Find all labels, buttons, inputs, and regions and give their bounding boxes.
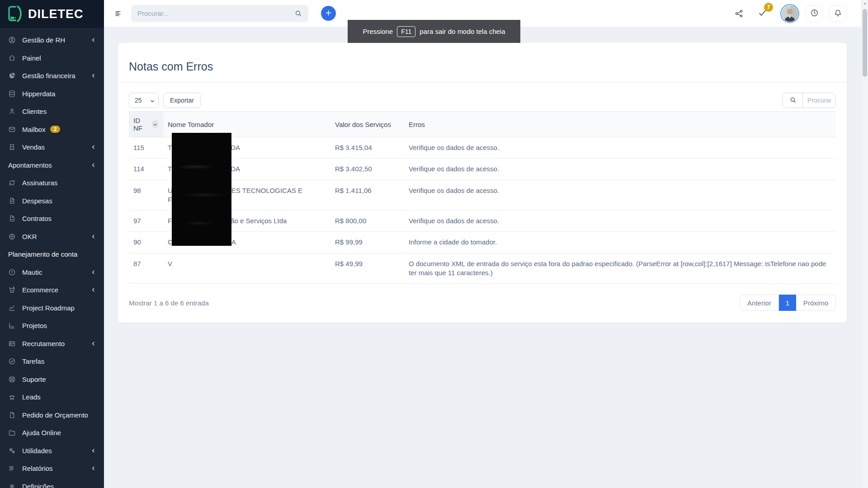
tasks-indicator[interactable]: 7 (758, 8, 768, 19)
sidebar-item-gestao-financeira[interactable]: Gestão financeira (0, 67, 104, 85)
toast-text-post: para sair do modo tela cheia (420, 28, 505, 35)
table-search-input[interactable] (803, 93, 835, 108)
folder-icon (8, 429, 16, 436)
sidebar-item-okr[interactable]: OKR (0, 228, 104, 246)
menu-toggle-icon[interactable] (114, 9, 123, 18)
sidebar-item-utilidades[interactable]: Utilidades (0, 442, 104, 460)
gears-icon (8, 447, 16, 455)
sidebar-item-tarefas[interactable]: Tarefas (0, 352, 104, 371)
sidebar-item-clientes[interactable]: Clientes (0, 103, 104, 121)
scroll-up-arrow[interactable]: ▲ (862, 1, 868, 5)
chevron-left-icon (91, 145, 96, 150)
export-button[interactable]: Exportar (163, 93, 201, 108)
table-row[interactable]: 98UES TECNOLOGICAS EFR$ 1.411,06Verifiqu… (129, 180, 836, 211)
previous-page-button[interactable]: Anterior (740, 295, 779, 311)
app-logo[interactable]: DILETEC (0, 0, 104, 28)
cell-valor: R$ 800,00 (330, 211, 404, 232)
cell-erro: Verifique os dados de acesso. (404, 180, 836, 211)
chevron-left-icon (91, 466, 96, 471)
sidebar-item-pedido-de-orcamento[interactable]: Pedido de Orçamento (0, 406, 104, 424)
next-page-button[interactable]: Próximo (796, 295, 836, 311)
diletec-logo-icon (7, 5, 24, 23)
share-icon[interactable] (734, 9, 744, 19)
cell-id-nf: 115 (129, 137, 163, 159)
mailbox-badge: 2 (50, 126, 61, 133)
svg-text:?: ? (11, 270, 13, 274)
sidebar-item-project-roadmap[interactable]: Project Roadmap (0, 299, 104, 317)
scrollbar-thumb[interactable] (863, 9, 867, 77)
sidebar: DILETEC Gestão de RHPainelGestão finance… (0, 0, 104, 488)
pagination: Anterior 1 Próximo (740, 295, 836, 311)
sync-icon (8, 179, 16, 187)
errors-table: ID NF Nome Tomador Valor dos Serviços Er… (129, 111, 836, 284)
chevron-left-icon (91, 234, 96, 239)
home-icon (8, 54, 16, 62)
sidebar-item-mailbox[interactable]: Mailbox2 (0, 121, 104, 139)
report-icon (8, 465, 16, 472)
database-icon (8, 90, 16, 98)
cell-id-nf: 90 (129, 232, 163, 253)
sidebar-item-contratos[interactable]: Contratos (0, 210, 104, 228)
sort-icon[interactable] (152, 120, 159, 128)
user-icon (8, 108, 16, 115)
sidebar-item-ajuda-online[interactable]: Ajuda Online (0, 424, 104, 442)
table-search-group (783, 93, 836, 108)
col-header-id-nf[interactable]: ID NF (129, 112, 163, 137)
sidebar-item-painel[interactable]: Painel (0, 49, 104, 67)
col-header-valor[interactable]: Valor dos Serviços (330, 112, 404, 137)
search-icon[interactable] (294, 9, 302, 17)
table-body: 115TDAR$ 3.415,04Verifique os dados de a… (129, 137, 836, 284)
global-search-input[interactable] (137, 9, 294, 17)
sidebar-item-projetos[interactable]: Projetos (0, 317, 104, 335)
gear-icon (8, 483, 16, 488)
table-row[interactable]: 97Fão e Serviços LtdaR$ 800,00Verifique … (129, 211, 836, 232)
sidebar-item-relatorios[interactable]: Relatórios (0, 460, 104, 478)
chevron-left-icon (91, 448, 96, 453)
sidebar-item-definicoes[interactable]: Definições (0, 478, 104, 488)
cell-valor: R$ 1.411,06 (330, 180, 404, 211)
sidebar-item-apontamentos[interactable]: Apontamentos (0, 156, 104, 174)
sidebar-item-despesas[interactable]: Despesas (0, 192, 104, 210)
table-footer: Mostrar 1 a 6 de 6 entrada Anterior 1 Pr… (129, 295, 836, 311)
sidebar-item-leads[interactable]: Leads (0, 388, 104, 406)
sidebar-item-ecommerce[interactable]: Ecommerce (0, 281, 104, 299)
scrollbar[interactable]: ▲ (861, 0, 868, 488)
file-pdf-icon (8, 215, 16, 222)
target-icon (8, 233, 16, 240)
main-content: Notas com Erros 25 Exportar ID NF (104, 27, 868, 488)
global-search[interactable] (131, 5, 308, 22)
table-row[interactable]: 114TDAR$ 3.402,50Verifique os dados de a… (129, 159, 836, 180)
bell-icon (834, 9, 842, 19)
cell-erro: Informe a cidade do tomador. (404, 232, 836, 253)
file-icon (8, 411, 16, 419)
page-size-select[interactable]: 25 (129, 93, 159, 108)
sidebar-item-assinaturas[interactable]: Assinaturas (0, 174, 104, 192)
page-size-wrap: 25 (129, 93, 159, 108)
sidebar-item-hipperdata[interactable]: Hipperdata (0, 85, 104, 103)
notifications-button[interactable] (829, 5, 846, 22)
col-header-erros[interactable]: Erros (404, 112, 836, 137)
table-header-row: ID NF Nome Tomador Valor dos Serviços Er… (129, 112, 836, 137)
sidebar-item-vendas[interactable]: Vendas (0, 138, 104, 156)
sidebar-item-suporte[interactable]: Suporte (0, 371, 104, 389)
table-row[interactable]: 90CAR$ 99,99Informe a cidade do tomador. (129, 232, 836, 253)
chevron-left-icon (91, 73, 96, 78)
avatar[interactable] (780, 4, 799, 23)
topbar-actions: 7 (734, 4, 846, 23)
sidebar-section-planejamento-de-conta: Planejamento de conta (0, 245, 104, 263)
history-button[interactable] (806, 5, 823, 22)
table-row[interactable]: 87VR$ 49,99O documento XML de entrada do… (129, 253, 836, 284)
page-1-button[interactable]: 1 (779, 295, 796, 311)
sidebar-item-recrutamento[interactable]: Recrutamento (0, 335, 104, 353)
sidebar-item-mautic[interactable]: ?Mautic (0, 263, 104, 282)
table-row[interactable]: 115TDAR$ 3.415,04Verifique os dados de a… (129, 137, 836, 159)
quick-add-button[interactable] (321, 6, 336, 21)
table-search-button[interactable] (783, 93, 803, 108)
cell-nome-tomador: V (163, 253, 330, 284)
chevron-left-icon (91, 270, 96, 275)
sidebar-item-gestao-de-rh[interactable]: Gestão de RH (0, 31, 104, 49)
file-lines-icon (8, 197, 16, 205)
fullscreen-toast: Pressione F11 para sair do modo tela che… (348, 20, 520, 43)
cell-id-nf: 87 (129, 253, 163, 284)
cell-erro: O documento XML de entrada do serviço es… (404, 253, 836, 284)
